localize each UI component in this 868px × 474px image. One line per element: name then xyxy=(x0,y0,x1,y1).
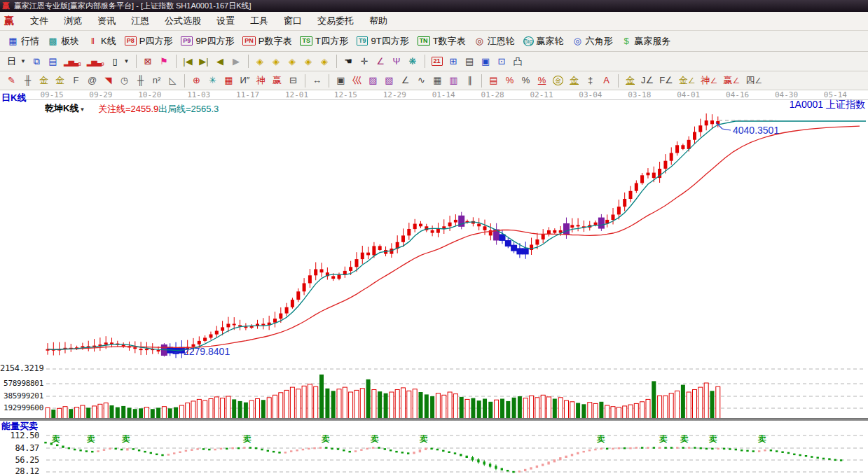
candle-body xyxy=(331,276,335,279)
gann-web-button[interactable]: ▦ xyxy=(221,74,237,87)
gold-grid-down-button[interactable]: 金 xyxy=(52,74,68,87)
gann-wheel-button[interactable]: ◎江恩轮 xyxy=(470,34,519,48)
trade-notes-button[interactable]: ▤ xyxy=(462,55,478,68)
gann-center-button[interactable]: ◈ xyxy=(317,55,333,68)
j-angle-button[interactable]: J∠ xyxy=(638,74,656,87)
rect-frame-button[interactable]: ▣ xyxy=(333,74,349,87)
t-square-button[interactable]: TST四方形 xyxy=(296,34,352,48)
menu-item-交易委托[interactable]: 交易委托 xyxy=(310,15,361,26)
menu-item-文件[interactable]: 文件 xyxy=(22,15,56,26)
mini-chart-9-button[interactable]: ▂▅▃9 xyxy=(84,55,107,68)
gann-expand-button[interactable]: ◈ xyxy=(284,55,301,68)
sector-blocks-button[interactable]: ▩板块 xyxy=(43,34,83,48)
calendar-button[interactable]: 21 xyxy=(429,56,446,67)
kline-chart-canvas[interactable]: 09-1509-2910-2011-0311-1712-0112-1512-29… xyxy=(0,90,868,474)
win-tool-button[interactable]: 赢 xyxy=(269,74,285,87)
shen-angle-button[interactable]: 神∠ xyxy=(698,74,721,87)
colored-volume-button[interactable]: ⚑ xyxy=(156,55,172,68)
pattern-window-button[interactable]: ⧉ xyxy=(29,55,45,68)
hexagon-button[interactable]: ◎六角形 xyxy=(568,34,617,48)
grid-box-button[interactable]: ▦ xyxy=(429,74,446,87)
gann-target-button[interactable]: ⊕ xyxy=(188,74,205,87)
angle-lines-button[interactable]: ∠ xyxy=(397,74,413,87)
kline-button[interactable]: ‖K线 xyxy=(83,34,120,48)
menu-item-公式选股[interactable]: 公式选股 xyxy=(157,15,209,26)
fan-box-button[interactable]: ▨ xyxy=(365,74,381,87)
percent-lines-button[interactable]: % xyxy=(534,74,550,87)
calculator-button[interactable]: ⊞ xyxy=(446,55,462,68)
candle-style-button[interactable]: ▯▼ xyxy=(107,55,132,68)
crosshair-button[interactable]: ✛ xyxy=(357,55,373,68)
gold-angle-button[interactable]: 金∠ xyxy=(676,74,698,87)
percent-button[interactable]: % xyxy=(518,74,534,87)
menu-item-工具[interactable]: 工具 xyxy=(242,15,276,26)
p9-square-button[interactable]: P99P四方形 xyxy=(177,34,238,48)
f-angle-button[interactable]: F∠ xyxy=(656,74,676,87)
next-screen-button[interactable]: ▶ xyxy=(228,55,244,68)
gold-grid-up-button[interactable]: 金 xyxy=(36,74,52,87)
cone-button[interactable]: ◥ xyxy=(100,74,116,87)
parallel-lines-button[interactable]: ∥ xyxy=(462,74,478,87)
gold-rule-button[interactable]: 金 xyxy=(622,74,638,87)
market-quotes-button[interactable]: ▦行情 xyxy=(4,34,43,48)
menu-item-浏览[interactable]: 浏览 xyxy=(56,15,90,26)
f-grid-button[interactable]: F xyxy=(68,74,84,87)
marker-a-button[interactable]: A xyxy=(598,74,614,87)
fan-box-2-button[interactable]: ▧ xyxy=(381,74,397,87)
print-button[interactable]: 凸 xyxy=(510,55,526,68)
n-square-button[interactable]: n² xyxy=(149,74,165,87)
set-square-button[interactable]: ◺ xyxy=(165,74,181,87)
period-day-button[interactable]: 日▼ xyxy=(4,55,29,68)
shen-tool-button[interactable]: 神 xyxy=(253,74,269,87)
hand-drag-button[interactable]: ☚ xyxy=(340,55,357,68)
brush-button[interactable]: ✎ xyxy=(4,74,20,87)
width-measure-button[interactable]: ↔ xyxy=(309,74,325,87)
winner-service-button[interactable]: $赢家服务 xyxy=(617,34,675,48)
win-angle-button[interactable]: 赢∠ xyxy=(720,74,743,87)
zigzag-button[interactable]: ∿ xyxy=(413,74,429,87)
gann-left-button[interactable]: ◈ xyxy=(252,55,268,68)
formula-editor-button[interactable]: ⊠ xyxy=(140,55,156,68)
four-angle-button[interactable]: 四∠ xyxy=(743,74,765,87)
save-button[interactable]: ▣ xyxy=(478,55,494,68)
last-screen-button[interactable]: ▶| xyxy=(196,55,212,68)
gann-right-button[interactable]: ◈ xyxy=(268,55,284,68)
first-screen-button[interactable]: |◀ xyxy=(180,55,196,68)
menu-item-帮助[interactable]: 帮助 xyxy=(361,15,395,26)
gann-star-button[interactable]: ✳ xyxy=(205,74,221,87)
gann-grid-button[interactable]: ╫ xyxy=(20,74,36,87)
gold-circle-button[interactable]: 金 xyxy=(550,75,566,86)
menu-item-江恩[interactable]: 江恩 xyxy=(123,15,157,26)
menu-item-窗口[interactable]: 窗口 xyxy=(276,15,310,26)
wave-mark-button[interactable]: И″ xyxy=(237,74,253,87)
price-scale-button[interactable]: ‡ xyxy=(582,74,598,87)
prev-screen-button[interactable]: ◀ xyxy=(212,55,228,68)
menu-item-设置[interactable]: 设置 xyxy=(209,15,242,26)
pane-splitter[interactable] xyxy=(0,418,868,421)
winner-wheel-button[interactable]: Big赢家轮 xyxy=(519,34,568,48)
menu-item-资讯[interactable]: 资讯 xyxy=(90,15,123,26)
grid-box-2-button[interactable]: ▥ xyxy=(446,74,462,87)
spiral-button[interactable]: @ xyxy=(84,74,100,87)
p-number-table-button[interactable]: PNP数字表 xyxy=(238,34,296,48)
info-report-button[interactable]: ▤ xyxy=(45,55,61,68)
pitchfork-button[interactable]: Ψ xyxy=(389,55,405,68)
t-number-table-button[interactable]: TNT数字表 xyxy=(413,34,470,48)
screenshot-button[interactable]: ⊡ xyxy=(494,55,510,68)
gann-clock-button[interactable]: ◷ xyxy=(116,74,132,87)
percent-table-button[interactable]: ▤ xyxy=(485,74,502,87)
t-percent-button[interactable]: % xyxy=(502,74,518,87)
red-fan-button[interactable]: 巛 xyxy=(349,74,365,87)
time-grid-button[interactable]: ╫ xyxy=(132,74,149,87)
t9-square-button[interactable]: T99T四方形 xyxy=(352,34,413,48)
gann-compress-button[interactable]: ◈ xyxy=(301,55,317,68)
indicator-mark xyxy=(740,449,743,452)
angle-measure-button[interactable]: ∠ xyxy=(373,55,389,68)
gold-bar-button[interactable]: 金 xyxy=(566,74,582,87)
mini-chart-3-button[interactable]: ▂▅▃3 xyxy=(61,55,84,68)
gann-net-button[interactable]: ❋ xyxy=(405,55,421,68)
ruler-123-button[interactable]: ⊟ xyxy=(285,74,301,87)
p-square-button[interactable]: P8P四方形 xyxy=(120,34,177,48)
kline-type-dropdown[interactable]: 乾坤K线▼ xyxy=(45,102,85,115)
candle-body xyxy=(663,161,667,169)
